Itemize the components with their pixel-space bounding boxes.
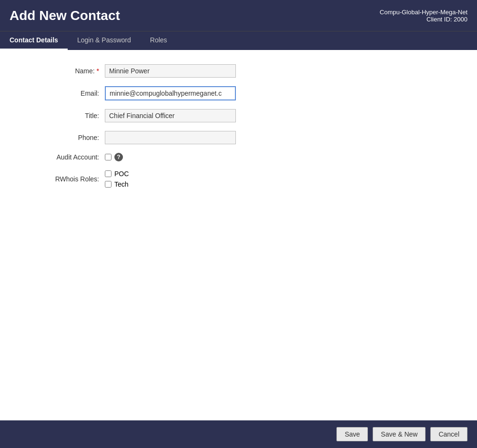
company-name: Compu-Global-Hyper-Mega-Net [380, 9, 467, 16]
client-id: Client ID: 2000 [380, 16, 467, 23]
main-content: Name: * Email: Title: Phone: Audit Accou… [0, 50, 477, 420]
footer: Save Save & New Cancel [0, 420, 477, 448]
tab-roles[interactable]: Roles [141, 31, 177, 50]
name-label: Name: * [10, 67, 105, 75]
rwhois-poc-label: POC [114, 170, 129, 178]
page-header: Add New Contact Compu-Global-Hyper-Mega-… [0, 0, 477, 31]
title-row: Title: [10, 109, 467, 122]
save-button[interactable]: Save [336, 427, 368, 441]
rwhois-poc-checkbox[interactable] [105, 170, 112, 177]
tab-login-password[interactable]: Login & Password [68, 31, 141, 50]
email-input[interactable] [105, 86, 236, 100]
tab-bar: Contact Details Login & Password Roles [0, 31, 477, 50]
audit-label: Audit Account: [10, 153, 105, 161]
rwhois-poc-option: POC [105, 170, 129, 178]
audit-group: ? [105, 153, 123, 161]
rwhois-row: RWhois Roles: POC Tech [10, 170, 467, 188]
audit-row: Audit Account: ? [10, 153, 467, 161]
help-icon[interactable]: ? [114, 153, 123, 161]
name-input[interactable] [105, 64, 236, 78]
rwhois-options: POC Tech [105, 170, 129, 188]
rwhois-tech-option: Tech [105, 180, 129, 188]
title-input[interactable] [105, 109, 236, 122]
rwhois-label: RWhois Roles: [10, 175, 105, 183]
page-title: Add New Contact [10, 8, 120, 23]
name-required: * [97, 67, 99, 75]
phone-label: Phone: [10, 134, 105, 141]
save-new-button[interactable]: Save & New [373, 427, 426, 441]
company-info: Compu-Global-Hyper-Mega-Net Client ID: 2… [380, 9, 467, 23]
cancel-button[interactable]: Cancel [430, 427, 467, 441]
title-label: Title: [10, 112, 105, 119]
phone-input[interactable] [105, 131, 236, 144]
rwhois-tech-label: Tech [114, 180, 129, 188]
rwhois-tech-checkbox[interactable] [105, 181, 112, 188]
name-row: Name: * [10, 64, 467, 78]
audit-checkbox[interactable] [105, 154, 112, 160]
email-label: Email: [10, 90, 105, 97]
email-row: Email: [10, 86, 467, 100]
tab-contact-details[interactable]: Contact Details [0, 31, 68, 50]
phone-row: Phone: [10, 131, 467, 144]
